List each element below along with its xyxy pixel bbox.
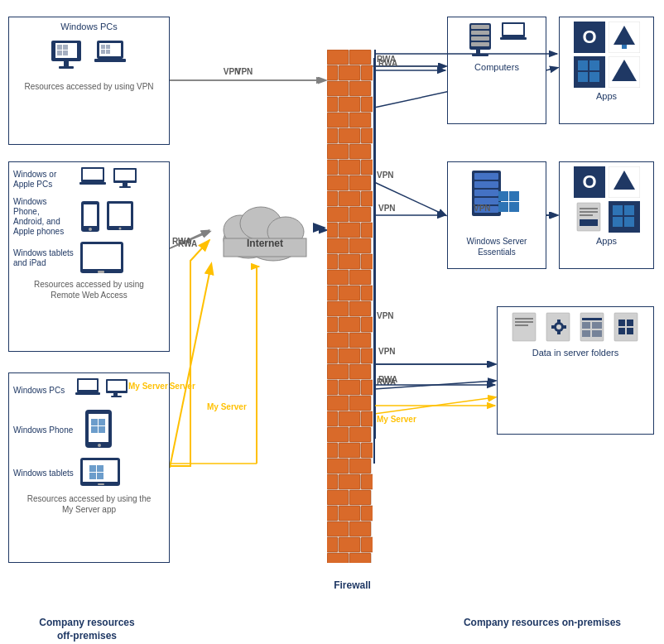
diagram-container: VPN RWA My Server RWA VPN VPN VPN: [0, 0, 664, 644]
svg-text:RWA: RWA: [172, 237, 191, 246]
svg-rect-85: [339, 65, 360, 80]
server-icon: [465, 22, 497, 59]
svg-rect-94: [327, 128, 338, 143]
laptop-icon-3: [75, 377, 102, 399]
svg-rect-189: [578, 72, 588, 82]
svg-rect-87: [327, 81, 349, 96]
tablet-big-icon: [79, 241, 125, 276]
rwa-subtitle: Resources accessed by usingRemote Web Ac…: [13, 279, 165, 300]
svg-rect-174: [471, 36, 489, 41]
svg-rect-147: [327, 459, 349, 473]
svg-rect-41: [79, 182, 106, 185]
svg-rect-187: [578, 60, 588, 70]
svg-rect-234: [614, 313, 638, 341]
svg-rect-66: [91, 426, 98, 433]
svg-rect-132: [327, 364, 349, 379]
svg-rect-138: [349, 396, 371, 411]
svg-rect-111: [361, 223, 373, 238]
svg-rect-133: [349, 364, 371, 379]
svg-rect-98: [349, 144, 371, 159]
svg-rect-129: [327, 348, 338, 363]
svg-rect-216: [624, 217, 634, 227]
svg-rect-213: [613, 205, 623, 215]
svg-rect-26: [64, 61, 69, 66]
svg-text:O: O: [582, 26, 596, 47]
svg-rect-47: [84, 204, 97, 226]
firewall: // handled via rect elements below: [327, 50, 373, 563]
server-essentials-icon: [464, 166, 530, 233]
svg-rect-149: [327, 474, 338, 489]
svg-rect-60: [113, 393, 118, 396]
svg-rect-227: [563, 325, 566, 329]
svg-rect-95: [339, 128, 360, 143]
svg-line-4: [170, 265, 211, 468]
phone-icon-2: [84, 409, 115, 450]
table-icon: [577, 311, 609, 344]
svg-rect-59: [108, 381, 126, 391]
laptop-icon-4: [500, 22, 529, 45]
svg-rect-84: [327, 65, 338, 80]
svg-rect-215: [613, 217, 623, 227]
computers-label: Computers: [452, 62, 541, 72]
svg-rect-82: [327, 50, 349, 65]
firewall-svg: // handled via rect elements below: [327, 50, 373, 563]
svg-rect-172: [471, 25, 489, 29]
svg-rect-44: [123, 183, 128, 186]
svg-rect-37: [101, 50, 105, 54]
svg-rect-201: [498, 202, 508, 212]
svg-text:RWA: RWA: [178, 239, 197, 248]
svg-rect-30: [57, 50, 62, 55]
svg-rect-229: [582, 318, 602, 320]
svg-rect-102: [327, 175, 349, 190]
svg-rect-207: [577, 203, 600, 231]
svg-text:RWA: RWA: [378, 375, 397, 384]
svg-rect-57: [75, 392, 100, 395]
svg-rect-157: [327, 521, 349, 536]
svg-rect-29: [63, 45, 68, 50]
box-apps-mid: O: [559, 161, 654, 269]
svg-rect-226: [551, 325, 555, 329]
server-essentials-label: Windows Server Essentials: [452, 236, 541, 257]
svg-rect-156: [361, 506, 373, 521]
svg-rect-64: [91, 419, 98, 425]
svg-rect-208: [580, 208, 598, 209]
svg-rect-237: [618, 328, 625, 334]
office-icon: O: [574, 22, 605, 53]
svg-rect-137: [327, 396, 349, 411]
svg-rect-127: [327, 333, 349, 348]
svg-rect-130: [339, 348, 360, 363]
svg-rect-103: [349, 175, 371, 190]
svg-rect-109: [327, 223, 338, 238]
svg-text:RWA: RWA: [378, 59, 397, 68]
myserver-subtitle: Resources accessed by using theMy Server…: [13, 493, 165, 515]
app-icon-1: [609, 22, 640, 53]
svg-rect-125: [339, 317, 360, 332]
svg-rect-180: [500, 37, 527, 40]
svg-rect-230: [582, 322, 590, 329]
svg-rect-119: [327, 286, 338, 300]
svg-line-12: [374, 182, 445, 215]
svg-rect-99: [327, 160, 338, 175]
svg-rect-142: [327, 427, 349, 442]
svg-rect-36: [106, 45, 110, 49]
svg-rect-96: [361, 128, 373, 143]
svg-rect-176: [476, 50, 480, 54]
svg-rect-112: [327, 238, 349, 253]
svg-rect-72: [97, 465, 103, 472]
svg-rect-90: [339, 97, 360, 112]
svg-rect-110: [339, 223, 360, 238]
svg-text:VPN: VPN: [236, 67, 253, 76]
svg-rect-28: [57, 45, 62, 50]
svg-text:VPN: VPN: [378, 204, 396, 213]
desktop-icon: [49, 38, 86, 75]
svg-text:RWA: RWA: [377, 55, 396, 64]
svg-rect-145: [339, 443, 360, 458]
svg-rect-162: [327, 553, 349, 563]
svg-text:VPN: VPN: [377, 311, 394, 320]
box-myserver: Windows PCs Window: [8, 372, 170, 563]
tablet-icon: [106, 200, 135, 232]
svg-rect-197: [474, 198, 498, 204]
svg-rect-154: [327, 506, 338, 521]
svg-rect-123: [349, 301, 371, 316]
svg-rect-233: [592, 330, 602, 337]
